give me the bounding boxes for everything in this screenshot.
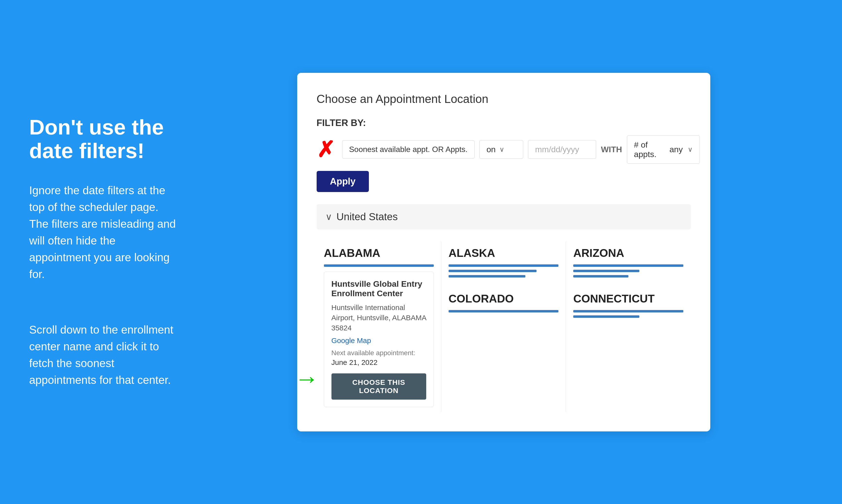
appts-select[interactable]: # of appts. any ∨ (627, 136, 700, 164)
state-name-arizona: ARIZONA (573, 247, 683, 259)
filter-row: ✗ Soonest available appt. OR Appts. on ∨… (316, 136, 691, 164)
date-input[interactable]: mm/dd/yyyy (528, 140, 596, 159)
next-appt-date: June 21, 2022 (331, 358, 426, 366)
chevron-appts-icon: ∨ (688, 145, 693, 154)
google-map-link[interactable]: Google Map (331, 337, 426, 345)
state-bar-colorado (449, 310, 559, 312)
united-states-row[interactable]: ∨ United States (316, 204, 691, 230)
state-name-colorado: COLORADO (449, 292, 559, 305)
location-name[interactable]: Huntsville Global Entry Enrollment Cente… (331, 279, 426, 298)
appts-label: # of appts. (634, 140, 665, 159)
paragraph-2: Scroll down to the enrollment center nam… (29, 321, 180, 389)
next-appt-label: Next available appointment: (331, 349, 426, 357)
card-title: Choose an Appointment Location (316, 92, 691, 106)
state-name-alaska: ALASKA (449, 247, 559, 259)
state-col-arizona: ARIZONA CONNECTICUT (566, 241, 691, 412)
state-bar-alaska-2 (449, 270, 536, 272)
state-bar-arizona-3 (573, 275, 629, 277)
location-card: Huntsville Global Entry Enrollment Cente… (324, 272, 434, 407)
state-bar (324, 264, 434, 267)
soonest-filter[interactable]: Soonest available appt. OR Appts. (342, 140, 475, 159)
location-address: Huntsville International Airport, Huntsv… (331, 303, 426, 333)
any-label: any (669, 145, 683, 154)
chevron-us-icon: ∨ (325, 212, 332, 222)
on-label: on (486, 145, 496, 154)
left-panel: Don't use the date filters! Ignore the d… (29, 115, 194, 389)
with-label: WITH (601, 145, 622, 154)
filter-label: FILTER BY: (316, 118, 691, 128)
state-bar-alaska-3 (449, 275, 526, 277)
soonest-label: Soonest available appt. OR Appts. (349, 145, 467, 154)
on-select[interactable]: on ∨ (479, 140, 523, 159)
apply-button[interactable]: Apply (316, 171, 369, 192)
chevron-down-icon: ∨ (499, 145, 504, 154)
date-placeholder: mm/dd/yyyy (535, 145, 579, 154)
scheduler-card: Choose an Appointment Location FILTER BY… (297, 73, 710, 431)
right-panel: Choose an Appointment Location FILTER BY… (194, 73, 813, 431)
state-col-alaska: ALASKA COLORADO (441, 241, 566, 412)
state-col-alabama: ALABAMA Huntsville Global Entry Enrollme… (316, 241, 441, 412)
red-x-icon: ✗ (316, 139, 335, 161)
united-states-label: United States (337, 211, 398, 223)
state-name-alabama: ALABAMA (324, 247, 434, 259)
choose-location-button[interactable]: CHOOSE THIS LOCATION (331, 373, 426, 400)
state-bar-arizona-1 (573, 264, 683, 267)
state-bar-alaska-1 (449, 264, 559, 267)
state-bar-arizona-2 (573, 270, 639, 272)
paragraph-1: Ignore the date filters at the top of th… (29, 182, 180, 283)
green-arrow-icon: → (295, 365, 319, 393)
main-heading: Don't use the date filters! (29, 115, 180, 163)
state-bar-connecticut-1 (573, 310, 683, 312)
state-bar-connecticut-2 (573, 316, 639, 318)
state-name-connecticut: CONNECTICUT (573, 292, 683, 305)
states-grid: → ALABAMA Huntsville Global Entry Enroll… (316, 241, 691, 412)
